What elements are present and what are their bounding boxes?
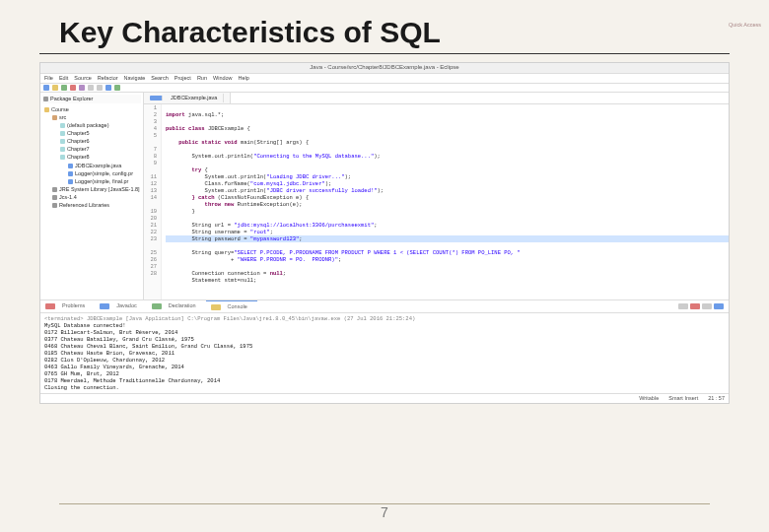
save-icon[interactable] xyxy=(52,85,58,91)
tab-javadoc[interactable]: Javadoc xyxy=(95,300,147,312)
console-line: 0172 Billecart-Salmon, Brut Réserve, 201… xyxy=(44,329,725,336)
console-line: 0282 Clos D'Opleeuw, Chardonnay, 2012 xyxy=(44,357,725,364)
open-type-icon[interactable] xyxy=(79,85,85,91)
console-line: 0463 Gallo Family Vineyards, Grenache, 2… xyxy=(44,364,725,370)
toolbar-icon[interactable] xyxy=(105,85,111,91)
tree-lib[interactable]: Jcs-1.4 xyxy=(44,194,141,202)
editor: JDBCExample.java 12345789111213141920212… xyxy=(144,93,729,299)
tree-project[interactable]: Course xyxy=(44,105,141,113)
terminated-line: <terminated> JDBCExample [Java Applicati… xyxy=(44,315,725,322)
run-icon[interactable] xyxy=(61,85,67,91)
console-line: 0468 Chateau Cheval Blanc, Saint Emilion… xyxy=(44,343,725,350)
status-bar: Writable Smart Insert 21 : 57 xyxy=(40,393,729,403)
page-number: 7 xyxy=(0,504,769,520)
console-pin-icon[interactable] xyxy=(702,303,712,309)
console-line: MySQL Database connected! xyxy=(44,322,725,329)
ide-screenshot: Java - Course/src/Chapter8/JDBCExample.j… xyxy=(39,62,730,404)
source[interactable]: import java.sql.*; public class JDBCExam… xyxy=(162,104,729,299)
tree-item[interactable]: Chapter5 xyxy=(44,130,141,138)
console-stop-icon[interactable] xyxy=(690,303,700,309)
menu-help[interactable]: Help xyxy=(239,75,249,82)
slide-title: Key Characteristics of SQL xyxy=(59,16,730,49)
new-icon[interactable] xyxy=(43,85,49,91)
menu-source[interactable]: Source xyxy=(74,75,91,82)
tab-problems[interactable]: Problems xyxy=(40,300,95,312)
title-rule xyxy=(39,53,730,54)
tree-item[interactable]: (default package) xyxy=(44,121,141,129)
debug-icon[interactable] xyxy=(70,85,76,91)
window-title: Java - Course/src/Chapter8/JDBCExample.j… xyxy=(40,63,729,74)
package-explorer: Package Explorer Course src (default pac… xyxy=(40,93,144,299)
console-line: 0377 Chateau Batailley, Grand Cru Classé… xyxy=(44,336,725,343)
tree-file[interactable]: JDBCExample.java xyxy=(44,162,141,169)
menu-file[interactable]: File xyxy=(44,75,53,82)
pkg-icon xyxy=(43,97,48,101)
quick-access[interactable]: Quick Access xyxy=(729,22,761,29)
menu-refactor[interactable]: Refactor xyxy=(98,75,118,82)
console-line: 0185 Chateau Haute Brion, Gravesac, 2011 xyxy=(44,350,725,357)
tree-item[interactable]: Chapter7 xyxy=(44,146,141,154)
menu-window[interactable]: Window xyxy=(213,75,233,82)
tree-file[interactable]: Logger(simple, config.pr xyxy=(44,169,141,177)
console: <terminated> JDBCExample [Java Applicati… xyxy=(40,313,729,393)
menu-bar: File Edit Source Refactor Navigate Searc… xyxy=(40,74,729,84)
tree-src[interactable]: src xyxy=(44,113,141,121)
console-clear-icon[interactable] xyxy=(678,303,688,309)
tab-console[interactable]: Console xyxy=(206,300,257,312)
menu-search[interactable]: Search xyxy=(151,75,168,82)
tree-lib[interactable]: Referenced Libraries xyxy=(44,202,141,210)
status-insert: Smart Insert xyxy=(668,395,698,402)
console-line: 0765 GH Mum, Brut, 2012 xyxy=(44,370,725,377)
menu-run[interactable]: Run xyxy=(197,75,207,82)
gutter: 1234578911121314192021222325262728 xyxy=(144,104,162,299)
menu-edit[interactable]: Edit xyxy=(59,75,68,82)
console-line: Closing the connection. xyxy=(44,384,725,391)
editor-tab[interactable]: JDBCExample.java xyxy=(144,93,231,103)
tree-file[interactable]: Logger(simple, final.pr xyxy=(44,177,141,185)
status-writable: Writable xyxy=(639,395,659,402)
menu-navigate[interactable]: Navigate xyxy=(124,75,146,82)
console-line: 0178 Meerdael, Methode Traditionnelle Ch… xyxy=(44,377,725,384)
toolbar-icon[interactable] xyxy=(97,85,103,91)
toolbar-icon[interactable] xyxy=(114,85,120,91)
toolbar-icon[interactable] xyxy=(88,85,94,91)
menu-project[interactable]: Project xyxy=(175,75,191,82)
toolbar: Quick Access xyxy=(40,84,729,93)
tree-lib[interactable]: JRE System Library [JavaSE-1.8] xyxy=(44,185,141,193)
tab-declaration[interactable]: Declaration xyxy=(147,300,206,312)
pkg-title: Package Explorer xyxy=(50,96,93,102)
status-cursor: 21 : 57 xyxy=(708,395,725,402)
console-display-icon[interactable] xyxy=(714,303,724,309)
tree-item[interactable]: Chapter8 xyxy=(44,154,141,162)
tree-item[interactable]: Chapter6 xyxy=(44,138,141,146)
bottom-panel: Problems Javadoc Declaration Console <te… xyxy=(40,299,729,393)
